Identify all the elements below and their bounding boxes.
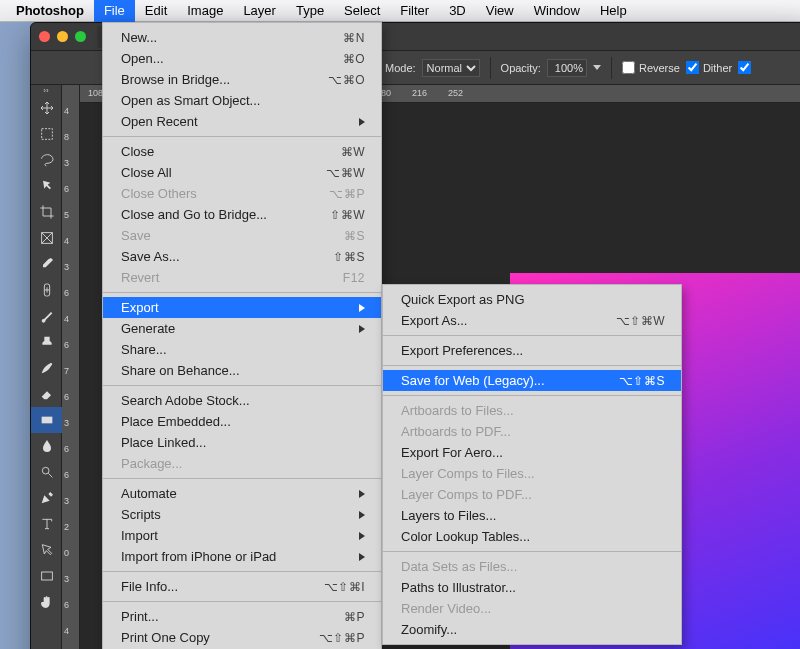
file-menu-item-file-info[interactable]: File Info...⌥⇧⌘I — [103, 576, 381, 597]
menu-item-label: Share on Behance... — [121, 363, 365, 378]
dodge-tool[interactable] — [31, 459, 62, 485]
pen-tool[interactable] — [31, 485, 62, 511]
rectangle-tool[interactable] — [31, 563, 62, 589]
extra-checkbox[interactable] — [738, 61, 751, 74]
healing-tool[interactable] — [31, 277, 62, 303]
file-menu-item-search-adobe-stock[interactable]: Search Adobe Stock... — [103, 390, 381, 411]
menu-filter[interactable]: Filter — [390, 0, 439, 22]
svg-point-4 — [42, 467, 49, 474]
export-menu-item-paths-to-illustrator[interactable]: Paths to Illustrator... — [383, 577, 681, 598]
menu-item-label: Generate — [121, 321, 349, 336]
zoom-window-button[interactable] — [75, 31, 86, 42]
menu-item-label: Save As... — [121, 249, 333, 264]
file-menu-item-open[interactable]: Open...⌘O — [103, 48, 381, 69]
shortcut-label: ⇧⌘S — [333, 250, 365, 264]
menu-edit[interactable]: Edit — [135, 0, 177, 22]
file-menu-item-open-as-smart-object[interactable]: Open as Smart Object... — [103, 90, 381, 111]
export-menu-item-artboards-to-pdf: Artboards to PDF... — [383, 421, 681, 442]
export-menu-item-artboards-to-files: Artboards to Files... — [383, 400, 681, 421]
submenu-arrow-icon — [359, 511, 365, 519]
file-menu-item-new[interactable]: New...⌘N — [103, 27, 381, 48]
opacity-stepper-icon[interactable] — [593, 65, 601, 70]
file-menu-item-close-and-go-to-bridge[interactable]: Close and Go to Bridge...⇧⌘W — [103, 204, 381, 225]
blur-tool[interactable] — [31, 433, 62, 459]
menu-item-label: Open... — [121, 51, 343, 66]
file-menu-item-close-all[interactable]: Close All⌥⌘W — [103, 162, 381, 183]
file-menu-item-export[interactable]: Export — [103, 297, 381, 318]
mode-select[interactable]: Normal — [422, 59, 480, 77]
file-menu-item-import-from-iphone-or-ipad[interactable]: Import from iPhone or iPad — [103, 546, 381, 567]
export-menu-item-save-for-web-legacy[interactable]: Save for Web (Legacy)...⌥⇧⌘S — [383, 370, 681, 391]
reverse-checkbox[interactable]: Reverse — [622, 61, 680, 74]
ruler-tick: 3 — [64, 263, 69, 272]
menu-select[interactable]: Select — [334, 0, 390, 22]
tools-collapse-icon[interactable]: ›› — [31, 85, 61, 95]
submenu-arrow-icon — [359, 553, 365, 561]
shortcut-label: ⌘S — [344, 229, 365, 243]
file-menu-item-place-embedded[interactable]: Place Embedded... — [103, 411, 381, 432]
file-menu-item-place-linked[interactable]: Place Linked... — [103, 432, 381, 453]
opacity-input[interactable] — [547, 59, 587, 77]
type-tool[interactable] — [31, 511, 62, 537]
menu-image[interactable]: Image — [177, 0, 233, 22]
menu-item-label: Close — [121, 144, 341, 159]
menu-3d[interactable]: 3D — [439, 0, 476, 22]
menu-view[interactable]: View — [476, 0, 524, 22]
export-menu-item-color-lookup-tables[interactable]: Color Lookup Tables... — [383, 526, 681, 547]
crop-tool[interactable] — [31, 199, 62, 225]
file-menu-item-share-on-behance[interactable]: Share on Behance... — [103, 360, 381, 381]
eraser-tool[interactable] — [31, 381, 62, 407]
svg-rect-0 — [41, 129, 52, 140]
brush-tool[interactable] — [31, 303, 62, 329]
menu-item-label: Share... — [121, 342, 365, 357]
ruler-tick: 6 — [64, 393, 69, 402]
menu-type[interactable]: Type — [286, 0, 334, 22]
menu-item-label: Package... — [121, 456, 365, 471]
stamp-tool[interactable] — [31, 329, 62, 355]
history-brush-tool[interactable] — [31, 355, 62, 381]
ruler-tick: 252 — [448, 88, 463, 98]
export-submenu: Quick Export as PNGExport As...⌥⇧⌘WExpor… — [382, 284, 682, 645]
file-menu-item-print-one-copy[interactable]: Print One Copy⌥⇧⌘P — [103, 627, 381, 648]
file-menu-item-print[interactable]: Print...⌘P — [103, 606, 381, 627]
file-menu-item-close[interactable]: Close⌘W — [103, 141, 381, 162]
menu-item-label: Render Video... — [401, 601, 665, 616]
marquee-tool[interactable] — [31, 121, 62, 147]
move-tool[interactable] — [31, 95, 62, 121]
file-menu-item-browse-in-bridge[interactable]: Browse in Bridge...⌥⌘O — [103, 69, 381, 90]
close-window-button[interactable] — [39, 31, 50, 42]
menu-layer[interactable]: Layer — [233, 0, 286, 22]
menu-file[interactable]: File — [94, 0, 135, 22]
export-menu-item-render-video: Render Video... — [383, 598, 681, 619]
file-menu-item-import[interactable]: Import — [103, 525, 381, 546]
file-menu-item-scripts[interactable]: Scripts — [103, 504, 381, 525]
export-menu-item-export-for-aero[interactable]: Export For Aero... — [383, 442, 681, 463]
file-menu-item-automate[interactable]: Automate — [103, 483, 381, 504]
eyedropper-tool[interactable] — [31, 251, 62, 277]
menu-item-label: Layer Comps to Files... — [401, 466, 665, 481]
export-menu-item-quick-export-as-png[interactable]: Quick Export as PNG — [383, 289, 681, 310]
export-menu-item-zoomify[interactable]: Zoomify... — [383, 619, 681, 640]
export-menu-item-layers-to-files[interactable]: Layers to Files... — [383, 505, 681, 526]
ruler-tick: 7 — [64, 367, 69, 376]
menu-window[interactable]: Window — [524, 0, 590, 22]
quick-select-tool[interactable] — [31, 173, 62, 199]
file-menu-item-open-recent[interactable]: Open Recent — [103, 111, 381, 132]
file-menu-item-close-others: Close Others⌥⌘P — [103, 183, 381, 204]
export-menu-item-export-preferences[interactable]: Export Preferences... — [383, 340, 681, 361]
opacity-label: Opacity: — [501, 62, 541, 74]
dither-checkbox[interactable]: Dither — [686, 61, 732, 74]
hand-tool[interactable] — [31, 589, 62, 615]
menu-help[interactable]: Help — [590, 0, 637, 22]
ruler-tick: 8 — [64, 133, 69, 142]
file-menu-item-generate[interactable]: Generate — [103, 318, 381, 339]
export-menu-item-export-as[interactable]: Export As...⌥⇧⌘W — [383, 310, 681, 331]
lasso-tool[interactable] — [31, 147, 62, 173]
minimize-window-button[interactable] — [57, 31, 68, 42]
menu-item-label: Close All — [121, 165, 326, 180]
path-select-tool[interactable] — [31, 537, 62, 563]
file-menu-item-save-as[interactable]: Save As...⇧⌘S — [103, 246, 381, 267]
frame-tool[interactable] — [31, 225, 62, 251]
gradient-tool[interactable] — [31, 407, 62, 433]
file-menu-item-share[interactable]: Share... — [103, 339, 381, 360]
